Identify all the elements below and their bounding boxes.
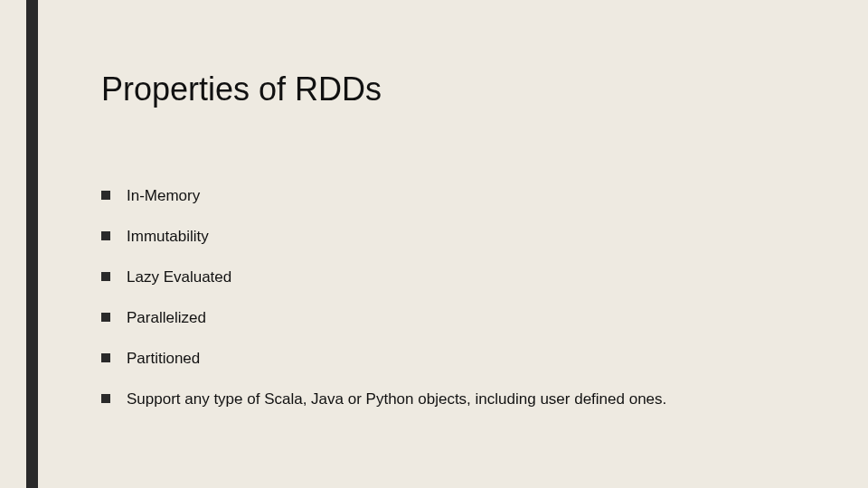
bullet-text: Support any type of Scala, Java or Pytho… [127,389,832,410]
square-bullet-icon [101,353,110,362]
list-item: In-Memory [101,186,832,207]
bullet-text: Immutability [127,227,832,248]
list-item: Parallelized [101,308,832,329]
square-bullet-icon [101,231,110,240]
list-item: Support any type of Scala, Java or Pytho… [101,389,832,410]
square-bullet-icon [101,272,110,281]
square-bullet-icon [101,191,110,200]
side-rule [26,0,38,488]
bullet-text: In-Memory [127,186,832,207]
slide-title: Properties of RDDs [101,70,832,108]
bullet-text: Partitioned [127,349,832,370]
square-bullet-icon [101,394,110,403]
bullet-text: Parallelized [127,308,832,329]
list-item: Immutability [101,227,832,248]
bullet-list: In-Memory Immutability Lazy Evaluated Pa… [101,186,832,410]
list-item: Partitioned [101,349,832,370]
list-item: Lazy Evaluated [101,267,832,288]
bullet-text: Lazy Evaluated [127,267,832,288]
slide-content: Properties of RDDs In-Memory Immutabilit… [101,70,832,430]
square-bullet-icon [101,313,110,322]
